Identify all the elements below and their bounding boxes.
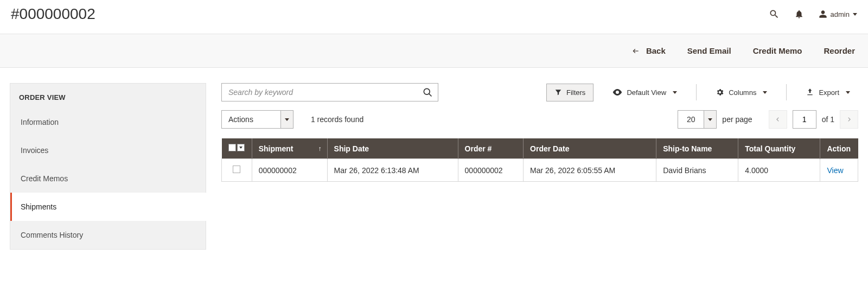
filters-button[interactable]: Filters — [546, 84, 593, 101]
default-view-button[interactable]: Default View — [604, 84, 685, 101]
order-view-sidebar: ORDER VIEW Information Invoices Credit M… — [10, 83, 206, 250]
sidebar-item-invoices[interactable]: Invoices — [10, 136, 206, 164]
column-header-order[interactable]: Order # — [458, 138, 524, 159]
svg-line-2 — [429, 94, 432, 97]
search-icon — [422, 87, 433, 98]
pager-next-button[interactable] — [840, 110, 858, 129]
cell-ship-date: Mar 26, 2022 6:13:48 AM — [327, 159, 458, 182]
row-checkbox[interactable] — [233, 166, 240, 173]
admin-account-menu[interactable]: admin — [819, 10, 857, 18]
funnel-icon — [554, 88, 562, 96]
column-header-action: Action — [820, 138, 858, 159]
page-size-value: 20 — [678, 110, 704, 129]
pager-current-page-input[interactable] — [793, 110, 816, 129]
select-all-checkbox[interactable] — [228, 144, 236, 151]
actions-dropdown[interactable]: Actions — [221, 110, 293, 129]
cell-shipment: 000000002 — [252, 159, 327, 182]
sort-asc-icon: ↑ — [318, 145, 322, 152]
search-button[interactable] — [417, 83, 438, 101]
per-page-label: per page — [722, 115, 752, 124]
filters-label: Filters — [566, 88, 585, 97]
gear-icon — [716, 88, 724, 97]
eye-icon — [612, 89, 622, 96]
cell-order: 000000002 — [458, 159, 524, 182]
sidebar-item-comments-history[interactable]: Comments History — [10, 221, 206, 249]
caret-down-icon — [239, 147, 242, 149]
header-actions: admin — [769, 9, 857, 20]
search-icon[interactable] — [769, 9, 780, 20]
sidebar-item-information[interactable]: Information — [10, 108, 206, 136]
sidebar-title: ORDER VIEW — [10, 84, 206, 108]
export-icon — [806, 88, 814, 97]
column-header-total-qty[interactable]: Total Quantity — [738, 138, 820, 159]
row-select-cell — [222, 159, 252, 182]
export-label: Export — [819, 88, 839, 97]
back-label: Back — [646, 46, 666, 55]
admin-user-label: admin — [831, 10, 850, 18]
credit-memo-button[interactable]: Credit Memo — [753, 46, 802, 55]
column-header-ship-to[interactable]: Ship-to Name — [656, 138, 738, 159]
cell-order-date: Mar 26, 2022 6:05:55 AM — [524, 159, 656, 182]
column-header-ship-date[interactable]: Ship Date — [327, 138, 458, 159]
sidebar-item-shipments[interactable]: Shipments — [10, 193, 206, 221]
search-input[interactable] — [221, 83, 438, 101]
back-button[interactable]: Back — [631, 46, 666, 55]
column-header-order-date[interactable]: Order Date — [524, 138, 656, 159]
cell-action: View — [820, 159, 858, 182]
user-icon — [819, 10, 827, 18]
select-all-dropdown[interactable] — [237, 144, 245, 151]
svg-point-1 — [424, 88, 430, 94]
notifications-icon[interactable] — [794, 9, 805, 20]
table-header-row: Shipment ↑ Ship Date Order # Order Date … — [222, 138, 858, 159]
shipments-grid: Filters Default View Columns Export — [221, 83, 858, 182]
chevron-left-icon — [775, 116, 781, 123]
actions-dropdown-label: Actions — [221, 110, 280, 129]
caret-down-icon — [708, 118, 712, 121]
actions-dropdown-toggle[interactable] — [280, 110, 293, 129]
shipments-table: Shipment ↑ Ship Date Order # Order Date … — [221, 138, 858, 182]
caret-down-icon — [853, 13, 857, 16]
search-wrap — [221, 83, 438, 101]
page-size-dropdown[interactable]: 20 — [678, 110, 717, 129]
columns-label: Columns — [729, 88, 756, 97]
pager-prev-button[interactable] — [769, 110, 787, 129]
chevron-right-icon — [846, 116, 852, 123]
reorder-button[interactable]: Reorder — [824, 46, 855, 55]
records-found-label: 1 records found — [311, 115, 363, 124]
page-size-toggle[interactable] — [704, 110, 717, 129]
cell-total-qty: 4.0000 — [738, 159, 820, 182]
send-email-button[interactable]: Send Email — [687, 46, 731, 55]
column-header-select[interactable] — [222, 138, 252, 159]
caret-down-icon — [763, 91, 767, 94]
caret-down-icon — [285, 118, 289, 121]
order-action-bar: Back Send Email Credit Memo Reorder — [0, 34, 868, 68]
table-row[interactable]: 000000002 Mar 26, 2022 6:13:48 AM 000000… — [222, 159, 858, 182]
page-title: #000000002 — [11, 5, 95, 23]
caret-down-icon — [846, 91, 850, 94]
default-view-label: Default View — [627, 88, 666, 97]
export-button[interactable]: Export — [797, 83, 858, 101]
arrow-left-icon — [631, 47, 641, 55]
columns-button[interactable]: Columns — [707, 83, 775, 101]
separator — [786, 84, 787, 100]
separator — [696, 84, 697, 100]
column-header-shipment[interactable]: Shipment ↑ — [252, 138, 327, 159]
view-link[interactable]: View — [827, 166, 843, 175]
pager-total-label: of 1 — [822, 115, 834, 124]
sidebar-item-credit-memos[interactable]: Credit Memos — [10, 164, 206, 193]
cell-ship-to: David Brians — [656, 159, 738, 182]
caret-down-icon — [673, 91, 677, 94]
